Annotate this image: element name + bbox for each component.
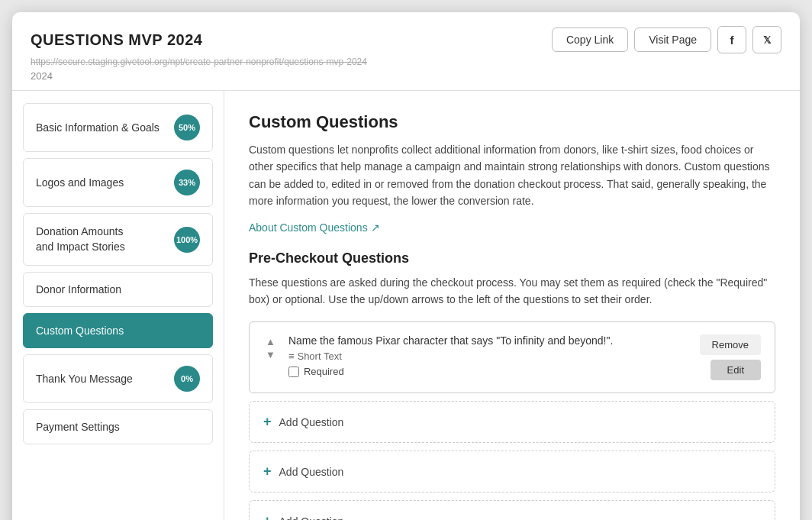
main-content: Basic Information & Goals 50% Logos and …: [12, 91, 800, 520]
question-text: Name the famous Pixar character that say…: [288, 334, 691, 347]
header: QUESTIONS MVP 2024 Copy Link Visit Page …: [12, 12, 800, 91]
header-actions: Copy Link Visit Page f 𝕏: [552, 26, 781, 53]
twitter-icon: 𝕏: [763, 34, 771, 46]
add-question-card-3[interactable]: + Add Question: [249, 500, 775, 520]
content-area: Custom Questions Custom questions let no…: [224, 91, 800, 520]
header-top: QUESTIONS MVP 2024 Copy Link Visit Page …: [31, 26, 781, 53]
required-text: Required: [304, 366, 344, 377]
visit-page-button[interactable]: Visit Page: [634, 27, 711, 52]
add-icon-2: +: [263, 463, 272, 480]
required-label[interactable]: Required: [288, 366, 691, 377]
sidebar-item-basic-info-label: Basic Information & Goals: [36, 121, 160, 134]
question-info: Name the famous Pixar character that say…: [288, 334, 691, 377]
pre-checkout-description: These questions are asked during the che…: [249, 274, 775, 308]
campaign-title: QUESTIONS MVP 2024: [31, 31, 202, 49]
section-description: Custom questions let nonprofits collect …: [249, 141, 775, 210]
sidebar-item-thank-you-label: Thank You Message: [36, 373, 133, 385]
sidebar-item-donation-amounts-label: Donation Amountsand Impact Stories: [36, 224, 125, 254]
edit-button[interactable]: Edit: [710, 360, 761, 380]
sidebar: Basic Information & Goals 50% Logos and …: [12, 91, 224, 520]
sidebar-item-basic-info[interactable]: Basic Information & Goals 50%: [23, 103, 213, 152]
sidebar-item-custom-questions[interactable]: Custom Questions: [23, 313, 213, 348]
sidebar-item-logos-badge: 33%: [174, 170, 200, 195]
add-question-card-2[interactable]: + Add Question: [249, 451, 775, 493]
about-link[interactable]: About Custom Questions ↗: [249, 221, 380, 234]
sidebar-item-payment-settings-label: Payment Settings: [36, 421, 120, 433]
app-window: QUESTIONS MVP 2024 Copy Link Visit Page …: [12, 12, 800, 520]
add-question-card-1[interactable]: + Add Question: [249, 401, 775, 443]
section-title: Custom Questions: [249, 112, 775, 132]
sidebar-item-custom-questions-label: Custom Questions: [36, 325, 124, 337]
add-question-label-2: Add Question: [279, 466, 344, 478]
sidebar-item-thank-you-badge: 0%: [174, 366, 200, 392]
facebook-button[interactable]: f: [717, 26, 746, 53]
copy-link-button[interactable]: Copy Link: [552, 27, 628, 52]
sidebar-item-thank-you[interactable]: Thank You Message 0%: [23, 354, 213, 403]
sidebar-item-donor-info-label: Donor Information: [36, 283, 121, 296]
required-checkbox[interactable]: [288, 367, 299, 377]
arrow-up-button[interactable]: ▲: [263, 336, 278, 347]
arrow-controls: ▲ ▼: [263, 336, 278, 360]
sidebar-item-basic-info-badge: 50%: [174, 115, 200, 140]
add-icon-1: +: [263, 414, 272, 430]
question-actions: Remove Edit: [700, 334, 761, 380]
sidebar-item-donation-amounts[interactable]: Donation Amountsand Impact Stories 100%: [23, 213, 213, 266]
sidebar-item-donor-info[interactable]: Donor Information: [23, 272, 213, 307]
add-icon-3: +: [263, 513, 272, 520]
add-question-label-1: Add Question: [279, 416, 344, 428]
question-type: ≡ Short Text: [288, 350, 691, 362]
campaign-year: 2024: [31, 70, 53, 82]
question-type-label: Short Text: [297, 350, 341, 362]
sidebar-item-donation-amounts-badge: 100%: [174, 227, 200, 253]
campaign-url: https://secure.staging.givetool.org/npt/…: [31, 57, 781, 67]
sidebar-item-logos[interactable]: Logos and Images 33%: [23, 158, 213, 207]
question-left: ▲ ▼ Name the famous Pixar character that…: [263, 334, 691, 377]
question-card: ▲ ▼ Name the famous Pixar character that…: [249, 321, 775, 393]
short-text-icon: ≡: [288, 350, 295, 362]
twitter-button[interactable]: 𝕏: [752, 26, 781, 53]
arrow-down-button[interactable]: ▼: [263, 349, 278, 360]
facebook-icon: f: [730, 34, 734, 47]
remove-button[interactable]: Remove: [700, 334, 761, 355]
pre-checkout-title: Pre-Checkout Questions: [249, 250, 775, 266]
sidebar-item-payment-settings[interactable]: Payment Settings: [23, 409, 213, 444]
sidebar-item-logos-label: Logos and Images: [36, 176, 124, 189]
add-question-label-3: Add Question: [279, 515, 344, 520]
